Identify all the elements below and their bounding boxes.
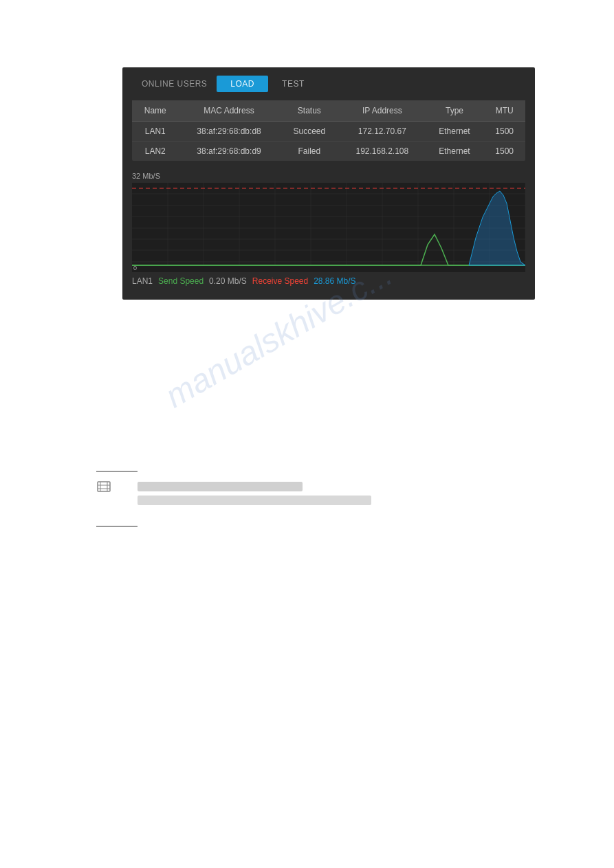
col-header-name: Name xyxy=(132,100,178,122)
table-row: LAN1 38:af:29:68:db:d8 Succeed 172.12.70… xyxy=(132,122,525,142)
col-header-status: Status xyxy=(280,100,340,122)
tab-bar: ONLINE USERS LOAD TEST xyxy=(122,67,535,100)
chart-send-label: Send Speed xyxy=(158,276,204,286)
note-section xyxy=(96,471,543,527)
cell-mtu-1: 1500 xyxy=(483,142,525,162)
col-header-mtu: MTU xyxy=(483,100,525,122)
chart-receive-label: Receive Speed xyxy=(252,276,308,286)
table-container: Name MAC Address Status IP Address Type … xyxy=(132,100,525,161)
chart-max-label: 32 Mb/S xyxy=(132,172,525,180)
tab-test[interactable]: TEST xyxy=(268,76,318,92)
col-header-mac: MAC Address xyxy=(178,100,279,122)
tab-online-users[interactable]: ONLINE USERS xyxy=(132,76,217,92)
svg-rect-23 xyxy=(98,482,110,491)
note-bar2 xyxy=(138,496,371,505)
chart-footer: LAN1 Send Speed 0.20 Mb/S Receive Speed … xyxy=(132,276,525,286)
col-header-type: Type xyxy=(426,100,484,122)
table-row: LAN2 38:af:29:68:db:d9 Failed 192.168.2.… xyxy=(132,142,525,162)
cell-mac-0: 38:af:29:68:db:d8 xyxy=(178,122,279,142)
chart-receive-value: 28.86 Mb/S xyxy=(314,276,355,286)
chart-wrapper: 0 xyxy=(132,183,525,272)
main-panel: ONLINE USERS LOAD TEST Name MAC Address … xyxy=(122,67,535,300)
cell-type-0: Ethernet xyxy=(426,122,484,142)
cell-ip-0: 172.12.70.67 xyxy=(339,122,425,142)
note-content xyxy=(138,482,371,505)
cell-status-1: Failed xyxy=(280,142,340,162)
note-icon xyxy=(96,479,111,494)
svg-text:0: 0 xyxy=(133,265,137,271)
divider-bottom xyxy=(96,526,138,527)
chart-send-value: 0.20 Mb/S xyxy=(209,276,247,286)
chart-lan-label: LAN1 xyxy=(132,276,153,286)
network-table: Name MAC Address Status IP Address Type … xyxy=(132,100,525,161)
tab-load[interactable]: LOAD xyxy=(217,76,268,92)
cell-type-1: Ethernet xyxy=(426,142,484,162)
table-header-row: Name MAC Address Status IP Address Type … xyxy=(132,100,525,122)
svg-rect-0 xyxy=(132,183,525,272)
cell-mtu-0: 1500 xyxy=(483,122,525,142)
divider-top xyxy=(96,471,138,472)
cell-mac-1: 38:af:29:68:db:d9 xyxy=(178,142,279,162)
cell-status-0: Succeed xyxy=(280,122,340,142)
note-bar1 xyxy=(138,482,303,491)
chart-svg: 0 xyxy=(132,183,525,272)
cell-ip-1: 192.168.2.108 xyxy=(339,142,425,162)
cell-name-1: LAN2 xyxy=(132,142,178,162)
page-wrapper: ONLINE USERS LOAD TEST Name MAC Address … xyxy=(0,0,614,868)
chart-area: 32 Mb/S xyxy=(132,172,525,286)
cell-name-0: LAN1 xyxy=(132,122,178,142)
col-header-ip: IP Address xyxy=(339,100,425,122)
